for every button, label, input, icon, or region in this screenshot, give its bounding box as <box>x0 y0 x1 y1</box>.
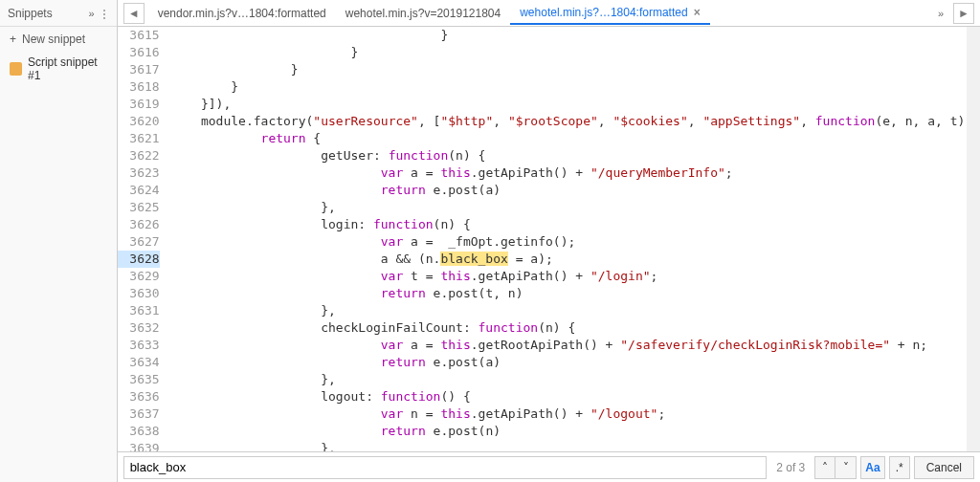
code-line[interactable]: return e.post(a) <box>171 182 980 199</box>
line-number[interactable]: 3635 <box>118 371 160 388</box>
code-line[interactable]: }, <box>171 440 980 451</box>
line-number[interactable]: 3633 <box>118 337 160 354</box>
line-number[interactable]: 3637 <box>118 405 160 423</box>
search-next-button[interactable]: ˅ <box>835 456 857 479</box>
line-number[interactable]: 3628 <box>118 251 160 268</box>
regex-button[interactable]: .* <box>889 456 910 479</box>
chevron-up-icon: ˄ <box>822 461 828 474</box>
match-case-button[interactable]: Aa <box>860 456 884 479</box>
line-number[interactable]: 3619 <box>118 96 160 113</box>
new-snippet-label: New snippet <box>22 33 85 46</box>
line-number[interactable]: 3620 <box>118 113 160 130</box>
code-line[interactable]: var a = _fmOpt.getinfo(); <box>171 233 980 251</box>
code-line[interactable]: } <box>171 44 980 61</box>
cancel-button[interactable]: Cancel <box>914 456 974 479</box>
search-count: 2 of 3 <box>770 461 811 474</box>
chevrons-right-icon: » <box>938 8 942 19</box>
search-bar: 2 of 3 ˄ ˅ Aa .* Cancel <box>118 451 980 482</box>
line-number[interactable]: 3621 <box>118 130 160 147</box>
tab-label: vendor.min.js?v…1804:formatted <box>158 7 326 20</box>
code-line[interactable]: } <box>171 61 980 78</box>
chevron-down-icon: ˅ <box>843 461 849 474</box>
code-line[interactable]: return { <box>171 130 980 147</box>
code-line[interactable]: var n = this.getApiPath() + "/logout"; <box>171 405 980 423</box>
line-number[interactable]: 3615 <box>118 27 160 44</box>
expand-icon[interactable]: » <box>89 8 93 19</box>
line-number[interactable]: 3629 <box>118 268 160 285</box>
code-area[interactable]: 3615361636173618361936203621362236233624… <box>118 27 980 451</box>
close-icon[interactable]: × <box>694 6 701 19</box>
code-line[interactable]: }]), <box>171 96 980 113</box>
line-gutter: 3615361636173618361936203621362236233624… <box>118 27 167 451</box>
sidebar-header: Snippets » ⋯ <box>0 0 117 27</box>
code-line[interactable]: var a = this.getApiPath() + "/queryMembe… <box>171 164 980 182</box>
code-line[interactable]: }, <box>171 199 980 216</box>
snippet-icon <box>10 62 22 76</box>
line-number[interactable]: 3622 <box>118 147 160 164</box>
search-input[interactable] <box>123 456 768 479</box>
line-number[interactable]: 3639 <box>118 440 160 451</box>
line-number[interactable]: 3623 <box>118 164 160 182</box>
line-number[interactable]: 3631 <box>118 302 160 319</box>
code-line[interactable]: var a = this.getRootApiPath() + "/safeve… <box>171 337 980 354</box>
code-line[interactable]: var t = this.getApiPath() + "/login"; <box>171 268 980 285</box>
code-line[interactable]: }, <box>171 302 980 319</box>
line-number[interactable]: 3634 <box>118 354 160 371</box>
tab-prev-button[interactable]: ◄ <box>123 3 145 24</box>
line-number[interactable]: 3618 <box>118 78 160 96</box>
editor-tab[interactable]: wehotel.min.js?v=2019121804 <box>336 2 510 25</box>
code-line[interactable]: } <box>171 78 980 96</box>
code-line[interactable]: module.factory("userResource", ["$http",… <box>171 113 980 130</box>
snippet-label: Script snippet #1 <box>28 55 107 82</box>
line-number[interactable]: 3632 <box>118 319 160 337</box>
line-number[interactable]: 3616 <box>118 44 160 61</box>
code-line[interactable]: getUser: function(n) { <box>171 147 980 164</box>
code-line[interactable]: return e.post(a) <box>171 354 980 371</box>
tabs-bar: ◄ vendor.min.js?v…1804:formattedwehotel.… <box>118 0 980 27</box>
code-content[interactable]: } } } } }]), module.factory("userResourc… <box>167 27 980 451</box>
code-line[interactable]: return e.post(t, n) <box>171 285 980 302</box>
search-prev-button[interactable]: ˄ <box>814 456 835 479</box>
tab-next-button[interactable]: ► <box>953 3 974 24</box>
code-line[interactable]: return e.post(n) <box>171 423 980 440</box>
code-line[interactable]: } <box>171 27 980 44</box>
code-line[interactable]: a && (n.black_box = a); <box>171 251 980 268</box>
line-number[interactable]: 3627 <box>118 233 160 251</box>
triangle-right-icon: ► <box>958 7 969 20</box>
tab-label: wehotel.min.js?…1804:formatted <box>520 6 687 19</box>
line-number[interactable]: 3624 <box>118 182 160 199</box>
code-line[interactable]: }, <box>171 371 980 388</box>
new-snippet-button[interactable]: + New snippet <box>0 27 117 52</box>
triangle-left-icon: ◄ <box>128 7 140 20</box>
line-number[interactable]: 3630 <box>118 285 160 302</box>
vertical-scrollbar[interactable] <box>967 27 980 451</box>
code-line[interactable]: logout: function() { <box>171 388 980 405</box>
editor-tab[interactable]: wehotel.min.js?…1804:formatted× <box>510 2 709 25</box>
code-line[interactable]: login: function(n) { <box>171 216 980 233</box>
editor-tab[interactable]: vendor.min.js?v…1804:formatted <box>148 2 336 25</box>
line-number[interactable]: 3617 <box>118 61 160 78</box>
main-panel: ◄ vendor.min.js?v…1804:formattedwehotel.… <box>118 0 980 482</box>
sidebar-title: Snippets <box>8 7 53 20</box>
line-number[interactable]: 3636 <box>118 388 160 405</box>
sidebar: Snippets » ⋯ + New snippet Script snippe… <box>0 0 118 482</box>
snippet-item[interactable]: Script snippet #1 <box>0 52 117 86</box>
line-number[interactable]: 3625 <box>118 199 160 216</box>
more-tabs-button[interactable]: » <box>930 7 949 20</box>
code-line[interactable]: checkLoginFailCount: function(n) { <box>171 319 980 337</box>
plus-icon: + <box>10 33 16 46</box>
tab-label: wehotel.min.js?v=2019121804 <box>345 7 501 20</box>
line-number[interactable]: 3638 <box>118 423 160 440</box>
line-number[interactable]: 3626 <box>118 216 160 233</box>
kebab-icon[interactable]: ⋯ <box>97 8 110 18</box>
